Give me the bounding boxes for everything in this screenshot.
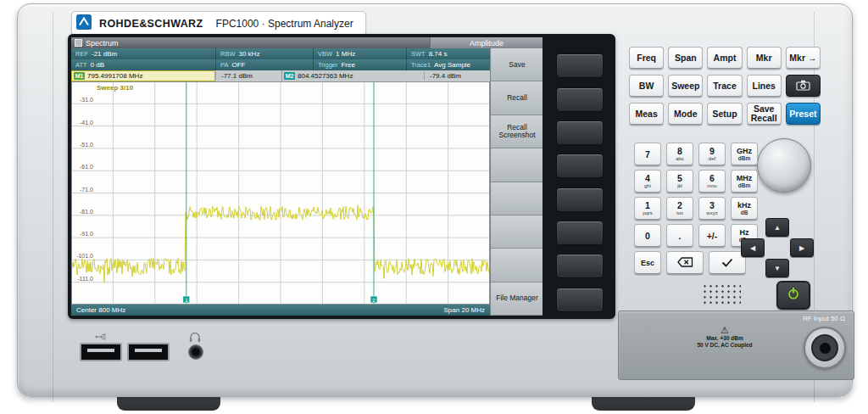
key-setup[interactable]: Setup — [707, 103, 742, 125]
status-value: OFF — [231, 61, 245, 69]
key-7[interactable]: 7 — [634, 143, 661, 165]
status-row-1: REF-21 dBmRBW30 kHzVBW1 MHzSWT8.74 s — [71, 48, 490, 59]
svg-text:-51.0: -51.0 — [80, 142, 93, 148]
marker-m2-frequency: 804.4527363 MHz — [298, 72, 353, 80]
softkey-button-7[interactable] — [556, 254, 604, 278]
status-label: PA — [220, 61, 228, 69]
key-sweep[interactable]: Sweep — [668, 75, 703, 97]
key-mkr[interactable]: Mkr — [747, 47, 782, 69]
up-arrow-key[interactable]: ▲ — [765, 218, 789, 237]
lcd-screen: Spectrum Amplitude REF-21 dBmRBW30 kHzVB… — [71, 37, 542, 316]
key-3[interactable]: 3wxyz — [698, 197, 726, 220]
status-label: REF — [75, 50, 88, 58]
softkey-button-2[interactable] — [556, 87, 604, 112]
key-meas[interactable]: Meas — [629, 103, 664, 125]
rf-connector — [804, 327, 846, 369]
rotary-knob[interactable] — [757, 138, 811, 193]
softkey-label-blank-5 — [491, 182, 542, 215]
softkey-button-4[interactable] — [556, 154, 604, 178]
key-freq[interactable]: Freq — [629, 47, 664, 69]
svg-text:-31.0: -31.0 — [80, 97, 93, 103]
camera-key[interactable] — [786, 75, 821, 97]
status-swt: SWT8.74 s — [406, 48, 490, 59]
model-text: FPC1000 · Spectrum Analyzer — [216, 18, 353, 30]
spectrum-tab-icon — [75, 39, 82, 47]
status-label: ATT — [75, 61, 87, 69]
key-preset[interactable]: Preset — [786, 103, 821, 125]
key-ghz[interactable]: GHzdBm — [731, 143, 758, 165]
rf-connector-pin — [820, 343, 831, 354]
key-mode[interactable]: Mode — [668, 103, 703, 125]
key-khz[interactable]: kHzdB — [731, 197, 758, 220]
softkey-label-save: Save — [491, 48, 542, 81]
rf-input-panel: RF Input 50 Ω ⚠ Max. +30 dBm 50 V DC, AC… — [618, 310, 854, 380]
status-value: 1 MHz — [336, 50, 355, 58]
spectrum-trace-chart: -31.0-41.0-51.0-61.0-71.0-81.0-91.0-101.… — [71, 81, 490, 305]
power-icon — [787, 287, 800, 304]
backspace-icon — [677, 255, 693, 271]
key-8[interactable]: 8abc — [666, 143, 693, 165]
key-4[interactable]: 4ghi — [634, 170, 661, 193]
speaker-grille — [702, 283, 741, 305]
instrument-front-panel: ROHDE&SCHWARZ FPC1000 · Spectrum Analyze… — [0, 0, 868, 414]
right-arrow-key[interactable]: ▶ — [790, 238, 814, 257]
status-value: 8.74 s — [429, 50, 448, 58]
svg-text:-61.0: -61.0 — [80, 164, 93, 170]
status-value: Free — [341, 61, 354, 69]
key-span[interactable]: Span — [668, 47, 703, 69]
key-5[interactable]: 5jkl — [666, 170, 693, 193]
left-arrow-key[interactable]: ◀ — [741, 238, 765, 257]
key-0[interactable]: 0 — [634, 224, 661, 247]
key-blank[interactable]: . — [666, 224, 693, 247]
key-trace[interactable]: Trace — [707, 75, 742, 97]
status-value: 30 kHz — [239, 50, 260, 58]
status-row-2: ATT0 dBPAOFFTriggerFreeTrace1Avg Sample — [71, 59, 490, 70]
key-bw[interactable]: BW — [629, 75, 664, 97]
warning-icon: ⚠ — [678, 325, 771, 335]
softkey-button-6[interactable] — [556, 221, 604, 245]
key-9[interactable]: 9def — [698, 143, 726, 165]
status-pa: PAOFF — [215, 59, 313, 70]
center-frequency-label: Center 800 MHz — [76, 306, 125, 314]
softkey-label-recall: Recall — [491, 81, 542, 115]
backspace-key[interactable] — [666, 251, 704, 274]
key-ampt[interactable]: Ampt — [707, 47, 742, 69]
svg-text:-71.0: -71.0 — [80, 187, 93, 193]
status-ref: REF-21 dBm — [71, 48, 215, 59]
status-att: ATT0 dB — [71, 59, 215, 70]
status-label: RBW — [220, 50, 236, 58]
status-vbw: VBW1 MHz — [313, 48, 406, 59]
marker-m1-frequency: 795.4991708 MHz — [87, 72, 142, 80]
active-menu-segment: Amplitude — [430, 37, 542, 48]
status-value: Avg Sample — [434, 61, 470, 69]
screen-bezel: Spectrum Amplitude REF-21 dBmRBW30 kHzVB… — [68, 34, 615, 319]
spectrum-plot: -31.0-41.0-51.0-61.0-71.0-81.0-91.0-101.… — [71, 81, 490, 305]
softkey-label-blank-7 — [491, 249, 542, 282]
sweep-counter: Sweep 3/10 — [97, 84, 133, 92]
rf-connector-ring — [811, 334, 838, 361]
softkey-button-5[interactable] — [556, 187, 604, 212]
screen-titlebar: Spectrum Amplitude — [71, 37, 542, 48]
key-1[interactable]: 1pqrs — [634, 197, 661, 220]
key-esc[interactable]: Esc — [634, 251, 661, 274]
key-2[interactable]: 2tuv — [666, 197, 693, 220]
marker-m2-level: -79.4 dBm — [424, 72, 490, 80]
softkey-button-8[interactable] — [556, 288, 604, 312]
headphone-jack — [188, 344, 203, 360]
key-6[interactable]: 6mno — [698, 170, 726, 193]
svg-text:-91.0: -91.0 — [80, 231, 93, 237]
function-key-area: FreqSpanAmptMkrMkr →BWSweepTraceLinesMea… — [629, 47, 821, 131]
key-mkr[interactable]: Mkr → — [786, 47, 821, 69]
power-button[interactable] — [776, 281, 810, 310]
status-label: SWT — [411, 50, 426, 58]
chassis-seam-left — [53, 12, 53, 402]
key-lines[interactable]: Lines — [747, 75, 782, 97]
key-save-recall[interactable]: Save Recall — [747, 103, 782, 125]
softkey-button-3[interactable] — [556, 120, 604, 145]
key-mhz[interactable]: MHzdBm — [731, 170, 758, 193]
down-arrow-key[interactable]: ▼ — [765, 259, 789, 277]
active-menu-label: Amplitude — [470, 39, 504, 48]
softkey-button-1[interactable] — [556, 53, 604, 78]
key-blank[interactable]: +/- — [698, 224, 726, 247]
marker-row: M1 795.4991708 MHz -77.1 dBm M2 804.4527… — [71, 70, 490, 81]
